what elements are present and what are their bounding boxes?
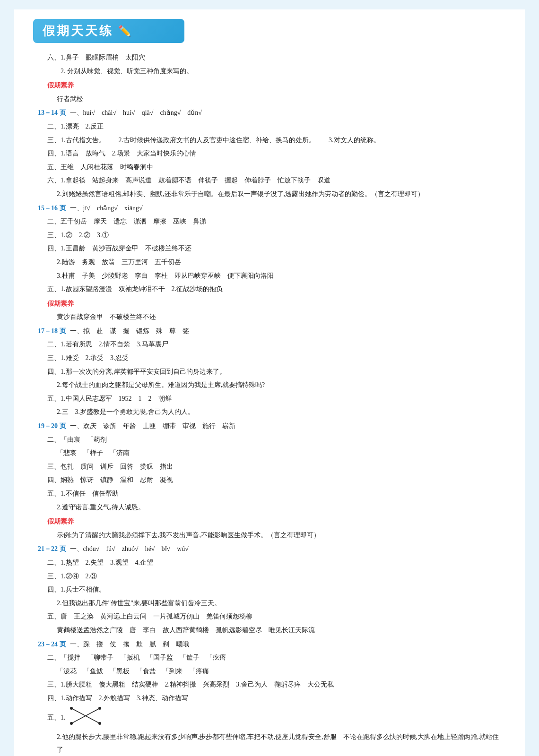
page-17-18-line-2: 二、1.若有所思 2.情不自禁 3.马革裹尸 [38,338,501,351]
holiday-content-1: 行者武松 [38,93,501,106]
page-21-22-line-7: 黄鹤楼送孟浩然之广陵 唐 李白 故人西辞黄鹤楼 孤帆远影碧空尽 唯见长江天际流 [38,624,501,637]
page-19-20-line-7: 2.遵守诺言,重义气,待人诚恳。 [38,501,501,514]
svg-point-4 [70,722,73,725]
page-15-16-line-7: 五、1.故园东望路漫漫 双袖龙钟泪不干 2.征战沙场的抱负 [38,283,501,296]
page-21-22-line-3: 三、1.②④ 2.③ [38,570,501,583]
page-ref-15-16: 15－16 页 [38,202,66,215]
page-21-22-block: 21－22 页 一、chóu√ fú√ zhuó√ hé√ bǐ√ wú√ 二、… [38,543,501,636]
page-19-20-line-6: 五、1.不信任 信任帮助 [38,488,501,500]
page-ref-13-14: 13－14 页 [38,107,66,120]
holiday-suyang-2: 假期素养 [47,298,501,310]
page-19-20-line-3: 「悲哀 「样子 「济南 [38,447,501,460]
page-19-20-block: 19－20 页 一、欢庆 诊所 年龄 土匪 绷带 审视 施行 崭新 二、「由衷 … [38,420,501,514]
page-23-24-line-4: 三、1.膀大腰粗 傻大黑粗 结实硬棒 2.精神抖擞 兴高采烈 3.舍己为人 鞠躬… [38,679,501,691]
page-13-14-line-5: 五、王维 人闲桂花落 时鸣春涧中 [38,161,501,174]
page-21-22-line-6: 五、唐 王之涣 黄河远上白云间 一片孤城万仞山 羌笛何须怨杨柳 [38,610,501,623]
page-13-14-line-1: 一、huí√ chài√ huí√ qià√ chǎng√ dǔn√ [70,107,202,120]
page-23-24-line-1: 一、跺 搂 仗 攘 欺 腻 剃 嗯哦 [70,638,189,651]
holiday-content-3: 示例;为了清醒的大脑我必须撑下去,我不发出声音,不能影响医生做手术。（言之有理即… [38,529,501,542]
content-area: 六、1.鼻子 眼眶际眉梢 太阳穴 2. 分别从味觉、视觉、听觉三种角度来写的。 … [33,52,506,756]
header-title: 假期天天练 [43,23,113,39]
page-15-16-line-2: 二、五千仞岳 摩天 遗忘 涕泗 摩擦 巫峡 鼻涕 [38,215,501,228]
page-15-16-line-5: 2.陆游 务观 放翁 三万里河 五千仞岳 [38,256,501,269]
page-container: 假期天天练 ✏️ 六、1.鼻子 眼眶际眉梢 太阳穴 2. 分别从味觉、视觉、听觉… [14,9,525,756]
header-banner: 假期天天练 ✏️ [33,19,184,43]
page-17-18-line-7: 2.三 3.罗盛教是一个勇敢无畏,舍己为人的人。 [38,406,501,419]
page-13-14-line-3: 三、1.古代指文告。 2.古时候供传递政府文书的人及官吏中途住宿、补给、换马的处… [38,134,501,147]
svg-point-3 [98,722,101,725]
page-ref-21-22: 21－22 页 [38,543,66,556]
page-21-22-line-2: 二、1.热望 2.失望 3.观望 4.企望 [38,557,501,569]
page-19-20-line-4: 三、包扎 质问 训斥 回答 赞叹 指出 [38,461,501,473]
page-19-20-line-5: 四、娴熟 惊讶 镇静 温和 忍耐 凝视 [38,474,501,487]
page-ref-17-18: 17－18 页 [38,325,66,338]
cross-diagram [69,706,102,726]
page-ref-23-24: 23－24 页 [38,638,66,651]
page-17-18-line-4: 四、1.那一次次的分离,岸英都平平安安回到自己的身边来了。 [38,366,501,378]
page-23-24-line-3: 「泼花 「鱼鲅 「黑板 「食盐 「到来 「疼痛 [38,665,501,678]
page-21-22-line-4: 四、1.兵士不相信。 [38,584,501,596]
svg-point-2 [70,707,73,710]
page-21-22-line-1: 一、chóu√ fú√ zhuó√ hé√ bǐ√ wú√ [70,543,189,556]
page-23-24-block: 23－24 页 一、跺 搂 仗 攘 欺 腻 剃 嗯哦 二、「搅拌 「聊带子 「扳… [38,638,501,756]
page-23-24-line-7: 2.他的腿长步大,腰里非常稳,跑起来没有多少响声,步步都有些伸缩,车把不动,使座… [38,731,501,756]
page-19-20-line-1: 一、欢庆 诊所 年龄 土匪 绷带 审视 施行 崭新 [70,420,235,433]
page-15-16-line-6: 3.杜甫 子美 少陵野老 李白 李杜 即从巴峡穿巫峡 便下襄阳向洛阳 [38,270,501,283]
page-23-24-line-5: 四、1.动作描写 2.外貌描写 3.神态、动作描写 [38,692,501,705]
page-17-18-line-6: 五、1.中国人民志愿军 1952 1 2 朝鲜 [38,393,501,405]
svg-point-5 [98,707,101,710]
holiday-suyang-1: 假期素养 [47,79,501,92]
page-15-16-block: 15－16 页 一、jī√ chǎng√ xiāng√ 二、五千仞岳 摩天 遗忘… [38,202,501,296]
header-icon: ✏️ [118,25,131,37]
page-13-14-block: 13－14 页 一、huí√ chài√ huí√ qià√ chǎng√ dǔ… [38,107,501,200]
page-15-16-line-1: 一、jī√ chǎng√ xiāng√ [70,202,143,215]
page-ref-19-20: 19－20 页 [38,420,66,433]
page-17-18-line-5: 2.每个战士的血肉之躯都是父母所生。难道因为我是主席,就要搞特殊吗? [38,379,501,392]
page-13-14-line-4: 四、1.语言 放晦气 2.场景 大家当时快乐的心情 [38,147,501,160]
page-17-18-block: 17－18 页 一、拟 赴 谋 掘 锻炼 殊 尊 签 二、1.若有所思 2.情不… [38,325,501,419]
page-13-14-line-6: 六、1.拿起筷 站起身来 高声说道 鼓着腮不语 伸筷子 握起 伸着脖子 忙放下筷… [38,174,501,187]
intro-line-2: 2. 分别从味觉、视觉、听觉三种角度来写的。 [38,65,501,78]
page-17-18-line-3: 三、1.难受 2.承受 3.忍受 [38,352,501,365]
page-23-24-line-2: 二、「搅拌 「聊带子 「扳机 「国子监 「筐子 「疙瘩 [38,652,501,664]
holiday-content-2: 黄沙百战穿金甲 不破楼兰终不还 [38,311,501,324]
page-21-22-line-5: 2.但我说出那几件"传世宝"来,要叫那些富翁们齿冷三天。 [38,597,501,610]
page-13-14-line-7: 2.刘姥姥虽然言语粗俗,却朴实、幽默,还非常乐于自嘲。在最后叹一声银子没了,透露… [38,188,501,201]
intro-line-1: 六、1.鼻子 眼眶际眉梢 太阳穴 [38,52,501,64]
page-19-20-line-2: 二、「由衷 「药剂 [38,434,501,447]
page-17-18-line-1: 一、拟 赴 谋 掘 锻炼 殊 尊 签 [70,325,189,338]
page-15-16-line-4: 四、1.王昌龄 黄沙百战穿金甲 不破楼兰终不还 [38,242,501,255]
page-15-16-line-3: 三、1.② 2.② 3.① [38,229,501,242]
page-23-24-line-6: 五、1. [38,706,501,730]
page-13-14-line-2: 二、1.漂亮 2.反正 [38,120,501,133]
intro-block: 六、1.鼻子 眼眶际眉梢 太阳穴 2. 分别从味觉、视觉、听觉三种角度来写的。 [38,52,501,77]
holiday-suyang-3: 假期素养 [47,515,501,528]
